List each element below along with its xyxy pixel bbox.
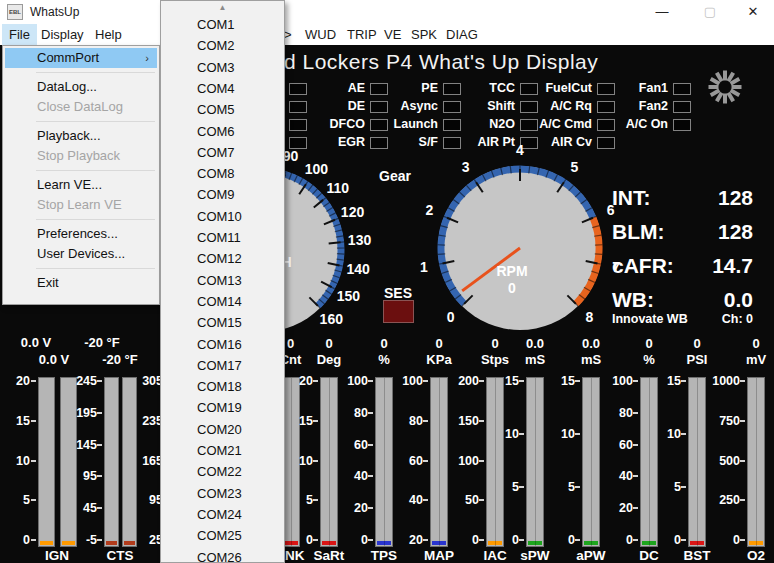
rpm-value: 0 bbox=[508, 280, 516, 296]
ign-tick-dash bbox=[31, 499, 36, 501]
o2-unit: mV bbox=[718, 353, 774, 367]
dc-scale-100: 100 bbox=[591, 375, 633, 388]
file-menu-item-exit[interactable]: Exit bbox=[5, 273, 157, 293]
speed-tick-label: 120 bbox=[341, 204, 365, 220]
spw-scale-10: 10 bbox=[477, 428, 519, 441]
apw-tick-dash bbox=[575, 486, 580, 488]
ign-scale-15: 15 bbox=[0, 415, 30, 428]
menubar-item-file[interactable]: File bbox=[2, 24, 37, 45]
submenu-item-com24[interactable]: COM24 bbox=[197, 504, 242, 525]
submenu-item-com1[interactable]: COM1 bbox=[197, 14, 235, 35]
spw-scale-15: 15 bbox=[477, 375, 519, 388]
file-menu-item-datalog[interactable]: DataLog... bbox=[5, 77, 157, 97]
close-button[interactable]: ✕ bbox=[736, 0, 770, 24]
menu-item-label: DataLog... bbox=[37, 77, 97, 97]
ign-scale-10: 10 bbox=[0, 455, 30, 468]
file-menu: CommPort›DataLog...Close DataLogPlayback… bbox=[2, 45, 160, 305]
map-scale-40: 40 bbox=[381, 494, 423, 507]
rpm-tick-label: 8 bbox=[585, 309, 593, 325]
speed-tick-label: 110 bbox=[326, 180, 349, 196]
map-scale-100: 100 bbox=[381, 375, 423, 388]
spw-scale-5: 5 bbox=[477, 481, 519, 494]
readout-value-blm: 128 bbox=[603, 220, 753, 244]
indicator-label-a-c-cmd: A/C Cmd bbox=[512, 118, 592, 131]
o2-tick-dash bbox=[740, 539, 745, 541]
scroll-up-icon[interactable]: ▲ bbox=[161, 3, 284, 13]
submenu-item-com18[interactable]: COM18 bbox=[197, 376, 242, 397]
cts-tick-dash bbox=[97, 507, 102, 509]
tps-tick-dash bbox=[368, 412, 373, 414]
file-menu-item-user-devices[interactable]: User Devices... bbox=[5, 244, 157, 264]
menu-item-label: Playback... bbox=[37, 126, 101, 146]
bst-tick-dash bbox=[681, 486, 686, 488]
submenu-item-com11[interactable]: COM11 bbox=[197, 227, 241, 248]
speed-tick-label: 140 bbox=[346, 261, 370, 277]
iac-scale-50: 50 bbox=[437, 494, 479, 507]
indicator-label-dfco: DFCO bbox=[285, 118, 365, 131]
file-menu-item-commport[interactable]: CommPort› bbox=[5, 48, 157, 68]
tps-scale-100: 100 bbox=[326, 375, 368, 388]
submenu-item-com10[interactable]: COM10 bbox=[197, 206, 242, 227]
indicator-label-shift: Shift bbox=[435, 100, 515, 113]
ign-value-2: 0.0 V bbox=[16, 353, 92, 367]
submenu-item-com5[interactable]: COM5 bbox=[197, 99, 235, 120]
submenu-item-com25[interactable]: COM25 bbox=[197, 525, 242, 546]
apw-bar bbox=[582, 377, 600, 547]
menubar-item-display[interactable]: Display bbox=[34, 24, 91, 45]
rpm-tick-label: 1 bbox=[420, 259, 428, 275]
submenu-item-com4[interactable]: COM4 bbox=[197, 78, 235, 99]
file-menu-item-stop-playback[interactable]: Stop Playback bbox=[5, 146, 157, 166]
file-menu-item-playback[interactable]: Playback... bbox=[5, 126, 157, 146]
sart-tick-dash bbox=[313, 380, 318, 382]
submenu-item-com13[interactable]: COM13 bbox=[197, 270, 242, 291]
bst-tick-dash bbox=[681, 433, 686, 435]
submenu-item-com23[interactable]: COM23 bbox=[197, 483, 242, 504]
window-title: WhatsUp bbox=[30, 5, 79, 19]
apw-scale-0: 0 bbox=[533, 534, 575, 547]
submenu-item-com26[interactable]: COM26 bbox=[197, 547, 242, 563]
spw-tick-dash bbox=[519, 486, 524, 488]
spw-tick-dash bbox=[519, 380, 524, 382]
minimize-button[interactable]: — bbox=[645, 0, 679, 24]
submenu-item-com6[interactable]: COM6 bbox=[197, 121, 235, 142]
menu-item-label: Learn VE... bbox=[37, 175, 102, 195]
cts-scale-145: 145 bbox=[55, 439, 97, 452]
submenu-item-com17[interactable]: COM17 bbox=[197, 355, 242, 376]
submenu-item-com20[interactable]: COM20 bbox=[197, 419, 242, 440]
indicator-label-fuelcut: FuelCut bbox=[512, 82, 592, 95]
submenu-item-com12[interactable]: COM12 bbox=[197, 248, 242, 269]
maximize-button[interactable]: ▢ bbox=[693, 0, 727, 24]
bst-scale-10: 10 bbox=[639, 428, 681, 441]
submenu-item-com21[interactable]: COM21 bbox=[197, 440, 242, 461]
indicator-label-fan2: Fan2 bbox=[588, 100, 668, 113]
file-menu-item-preferences[interactable]: Preferences... bbox=[5, 224, 157, 244]
menubar-item-diag[interactable]: DIAG bbox=[439, 24, 485, 45]
submenu-item-com14[interactable]: COM14 bbox=[197, 291, 242, 312]
menubar-item-spk[interactable]: SPK bbox=[404, 24, 444, 45]
file-menu-item-stop-learn-ve[interactable]: Stop Learn VE bbox=[5, 195, 157, 215]
submenu-item-com9[interactable]: COM9 bbox=[197, 184, 235, 205]
busy-spinner-icon bbox=[702, 64, 748, 110]
hidden-col2-scale-235: 235 bbox=[121, 415, 163, 428]
submenu-item-com3[interactable]: COM3 bbox=[197, 57, 235, 78]
file-menu-item-close-datalog[interactable]: Close DataLog bbox=[5, 97, 157, 117]
title-bar: EBL WhatsUp — ▢ ✕ bbox=[0, 0, 774, 24]
submenu-item-com15[interactable]: COM15 bbox=[197, 312, 242, 333]
iac-scale-200: 200 bbox=[437, 375, 479, 388]
submenu-item-com7[interactable]: COM7 bbox=[197, 142, 235, 163]
ign-scale-5: 5 bbox=[0, 494, 30, 507]
map-scale-80: 80 bbox=[381, 415, 423, 428]
file-menu-item-learn-ve[interactable]: Learn VE... bbox=[5, 175, 157, 195]
submenu-item-com8[interactable]: COM8 bbox=[197, 163, 235, 184]
submenu-item-com2[interactable]: COM2 bbox=[197, 35, 235, 56]
submenu-item-com16[interactable]: COM16 bbox=[197, 334, 242, 355]
apw-tick-dash bbox=[575, 380, 580, 382]
menubar-item-wud[interactable]: WUD bbox=[298, 24, 343, 45]
map-tick-dash bbox=[423, 420, 428, 422]
submenu-item-com19[interactable]: COM19 bbox=[197, 397, 242, 418]
indicator-label-n2o: N2O bbox=[435, 118, 515, 131]
menu-item-label: Preferences... bbox=[37, 224, 118, 244]
menubar-item-help[interactable]: Help bbox=[88, 24, 129, 45]
spw-tick-dash bbox=[519, 433, 524, 435]
submenu-item-com22[interactable]: COM22 bbox=[197, 461, 242, 482]
